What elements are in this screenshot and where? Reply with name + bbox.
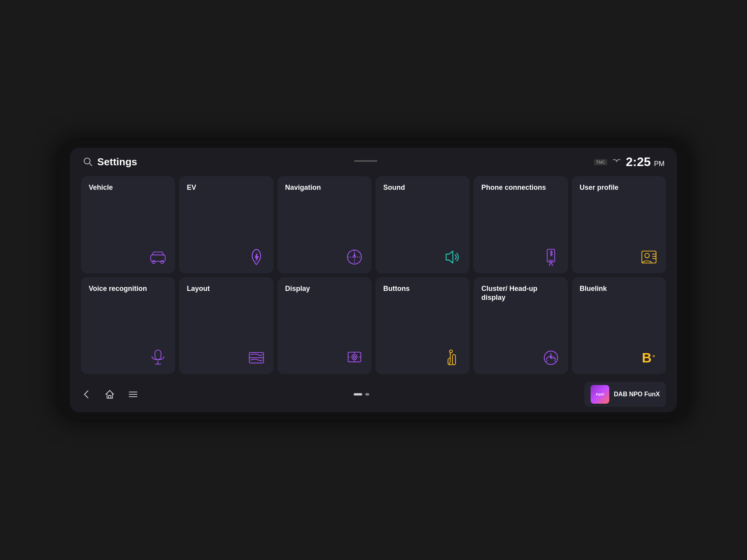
radio-logo: FunX <box>591 385 609 404</box>
svg-line-36 <box>554 360 555 362</box>
page-dot-1 <box>354 393 362 396</box>
ev-icon <box>187 248 265 266</box>
svg-rect-39 <box>109 396 111 398</box>
settings-item-bluelink[interactable]: Bluelink B ° <box>572 277 666 374</box>
navigation-icon <box>285 248 364 266</box>
cluster-icon <box>481 348 560 367</box>
signal-icon <box>612 156 621 168</box>
voice-recognition-icon <box>89 348 167 367</box>
layout-icon <box>187 348 265 367</box>
time-display: 2:25 PM <box>626 155 665 169</box>
svg-point-24 <box>352 354 357 359</box>
svg-marker-9 <box>446 251 453 263</box>
settings-item-layout[interactable]: Layout <box>179 277 273 374</box>
page-title: Settings <box>97 156 137 168</box>
page-dots <box>354 393 369 396</box>
tmc-badge: TMC <box>594 159 607 165</box>
home-button[interactable] <box>104 389 115 400</box>
settings-item-user-profile[interactable]: User profile <box>572 176 666 273</box>
settings-item-navigation[interactable]: Navigation <box>277 176 372 273</box>
screen: Settings TMC 2:25 PM <box>70 148 677 412</box>
buttons-icon <box>383 348 462 367</box>
phone-connections-icon <box>481 248 560 266</box>
settings-item-voice-recognition[interactable]: Voice recognition <box>81 277 175 374</box>
header-left: Settings <box>82 156 137 168</box>
vehicle-icon <box>89 248 167 266</box>
svg-line-1 <box>89 163 92 165</box>
back-button[interactable] <box>81 389 92 400</box>
bluelink-icon: B ° <box>580 348 658 367</box>
user-profile-icon <box>580 248 658 266</box>
bottom-bar: FunX DAB NPO FunX <box>70 378 677 412</box>
menu-button[interactable] <box>128 389 139 400</box>
svg-rect-3 <box>151 255 165 261</box>
header-right: TMC 2:25 PM <box>594 155 665 169</box>
nav-controls <box>81 389 139 400</box>
drag-handle <box>354 160 377 162</box>
settings-item-display[interactable]: Display <box>277 277 372 374</box>
settings-item-cluster[interactable]: Cluster/ Head-up display <box>473 277 568 374</box>
settings-item-buttons[interactable]: Buttons <box>375 277 470 374</box>
svg-point-12 <box>550 262 552 263</box>
svg-point-2 <box>616 161 617 162</box>
display-icon <box>285 348 364 367</box>
header: Settings TMC 2:25 PM <box>70 148 677 172</box>
page-dot-2 <box>365 393 369 396</box>
search-icon <box>82 156 93 168</box>
svg-point-34 <box>550 357 552 359</box>
svg-rect-18 <box>155 350 161 360</box>
settings-item-phone-connections[interactable]: Phone connections <box>473 176 568 273</box>
svg-point-25 <box>353 356 356 358</box>
svg-point-14 <box>645 253 649 258</box>
settings-item-ev[interactable]: EV <box>179 176 273 273</box>
settings-grid: Vehicle EV <box>70 172 677 378</box>
svg-point-30 <box>450 350 453 353</box>
radio-station-name: DAB NPO FunX <box>614 391 660 398</box>
svg-line-35 <box>546 360 547 362</box>
svg-text:B: B <box>642 350 652 365</box>
settings-item-sound[interactable]: Sound <box>375 176 470 273</box>
svg-text:°: ° <box>652 354 655 361</box>
car-display: Settings TMC 2:25 PM <box>58 140 689 420</box>
settings-item-vehicle[interactable]: Vehicle <box>81 176 175 273</box>
radio-widget[interactable]: FunX DAB NPO FunX <box>584 382 666 407</box>
sound-icon <box>383 248 462 266</box>
